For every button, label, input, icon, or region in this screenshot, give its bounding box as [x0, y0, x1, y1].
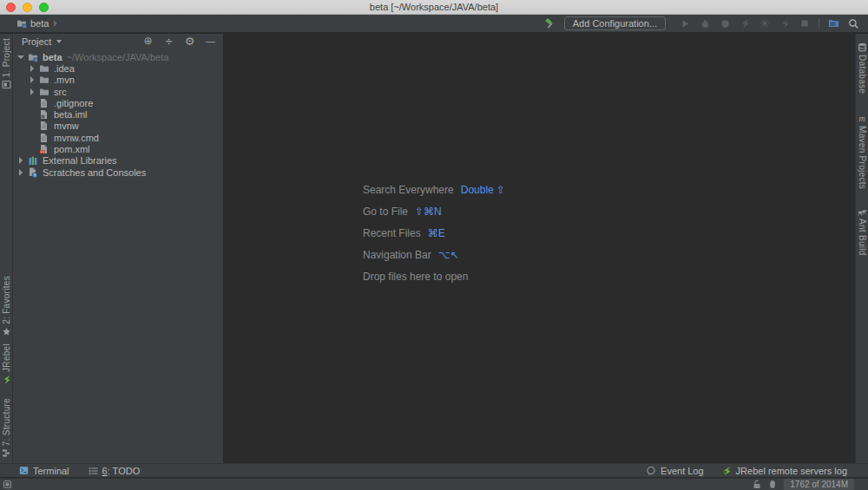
expand-arrow-icon[interactable] [28, 88, 36, 95]
event-log-button[interactable]: Event Log [646, 466, 704, 476]
jrebel-toolwindow-icon [2, 375, 11, 384]
project-panel-header-actions [142, 36, 216, 47]
jrebel-run-icon [739, 17, 751, 29]
project-root-folder-icon [28, 52, 38, 62]
debug-icon [699, 17, 711, 29]
file-icon [39, 98, 49, 108]
empty-editor-shortcuts: Search Everywhere Double ⇧ Go to File ⇧⌘… [363, 179, 505, 287]
toolbar-separator [819, 18, 819, 29]
shortcut-row: Search Everywhere Double ⇧ [363, 179, 505, 200]
collapse-all-icon[interactable] [163, 36, 174, 47]
structure-toolwindow-icon [2, 448, 11, 458]
search-everywhere-icon[interactable] [847, 17, 859, 29]
run-icon [679, 17, 691, 29]
intellij-window: beta [~/Workspace/JAVA/beta] beta Add Co… [0, 0, 868, 490]
database-icon [858, 42, 867, 52]
toolwindow-button-terminal[interactable]: Terminal [19, 466, 69, 476]
locate-file-icon[interactable] [142, 36, 154, 47]
toolwindow-button-database[interactable]: Database [858, 39, 867, 97]
bottom-toolwindow-bar: Terminal 6: TODO Event Log JRebel rem [0, 463, 868, 477]
tree-row[interactable]: mvnw.cmd [13, 132, 223, 143]
tree-row[interactable]: mvnw [13, 121, 223, 132]
terminal-icon [19, 466, 29, 475]
folder-icon [39, 87, 49, 97]
bottom-bar-left-group: Terminal 6: TODO [0, 466, 140, 476]
breadcrumb-project-name: beta [30, 18, 49, 29]
bottom-bar-right-group: Event Log JRebel remote servers log [646, 466, 868, 476]
todo-list-icon [89, 467, 98, 475]
toolwindow-button-favorites[interactable]: 2: Favorites [2, 272, 11, 340]
project-panel-title[interactable]: Project [22, 36, 51, 47]
jrebel-debug-icon [759, 17, 771, 29]
toolwindow-button-maven[interactable]: Maven Projects [858, 109, 867, 193]
toolwindow-button-jrebel[interactable]: JRebel [2, 340, 11, 388]
macos-titlebar: beta [~/Workspace/JAVA/beta] [0, 0, 868, 15]
tree-row-root[interactable]: beta ~/Workspace/JAVA/beta [13, 51, 223, 62]
tree-row[interactable]: pom.xml [13, 143, 223, 154]
hide-panel-icon[interactable] [205, 36, 216, 47]
event-log-balloon-icon [646, 466, 656, 476]
folder-icon [39, 75, 49, 85]
main-area: 1: Project 2: Favorites JRebel [0, 34, 868, 463]
toolwindow-button-structure[interactable]: 7: Structure [2, 395, 11, 461]
panel-settings-gear-icon[interactable] [184, 36, 195, 47]
tree-row-external-libraries[interactable]: External Libraries [13, 155, 223, 167]
tree-row[interactable]: beta.iml [13, 108, 223, 120]
collapse-arrow-icon[interactable] [16, 56, 25, 59]
navigation-breadcrumb[interactable]: beta [0, 18, 57, 29]
jrebel-log-icon [721, 466, 732, 476]
file-icon [39, 121, 49, 131]
statusbar-right: 1762 of 2014M [753, 479, 868, 490]
tree-row[interactable]: .mvn [13, 75, 223, 86]
highlighting-level-icon[interactable] [769, 480, 776, 489]
toolwindow-button-ant[interactable]: Ant Build [858, 205, 867, 259]
project-folder-icon [16, 18, 27, 29]
tree-row[interactable]: src [13, 86, 223, 97]
maven-file-icon [39, 144, 49, 154]
file-icon [39, 133, 49, 143]
project-tree: beta ~/Workspace/JAVA/beta .idea .mvn [13, 49, 223, 178]
window-title: beta [~/Workspace/JAVA/beta] [0, 2, 868, 12]
status-bar: 1762 of 2014M [0, 478, 868, 490]
expand-arrow-icon[interactable] [16, 169, 25, 176]
statusbar-left [0, 480, 12, 489]
project-toolwindow: Project [13, 34, 224, 463]
tree-row-scratches[interactable]: Scratches and Consoles [13, 167, 223, 178]
toolwindow-quick-access-icon[interactable] [3, 480, 12, 489]
write-access-lock-icon[interactable] [753, 480, 761, 489]
add-configuration-button[interactable]: Add Configuration... [564, 16, 666, 30]
minimize-window-button[interactable] [23, 3, 32, 12]
build-hammer-icon[interactable] [544, 17, 556, 29]
expand-arrow-icon[interactable] [16, 157, 25, 164]
maven-m-icon [858, 113, 865, 123]
expand-arrow-icon[interactable] [28, 76, 36, 83]
memory-indicator[interactable]: 1762 of 2014M [784, 479, 854, 490]
toolwindow-button-project[interactable]: 1: Project [2, 34, 11, 93]
left-stripe-bottom-group: 2: Favorites JRebel 7: Structure [0, 272, 12, 461]
favorites-star-icon [2, 327, 11, 336]
editor-area: Search Everywhere Double ⇧ Go to File ⇧⌘… [224, 34, 855, 463]
shortcut-row: Go to File ⇧⌘N [363, 200, 505, 222]
coverage-icon [719, 17, 731, 29]
toolbar-actions: Add Configuration... [544, 16, 868, 30]
close-window-button[interactable] [6, 3, 16, 12]
project-view-dropdown-icon[interactable] [56, 40, 62, 43]
ant-icon [858, 208, 867, 216]
libraries-icon [28, 155, 38, 166]
breadcrumb-chevron-icon [54, 20, 57, 27]
fullscreen-window-button[interactable] [39, 3, 49, 12]
folder-icon [39, 63, 49, 74]
project-panel-header: Project [13, 34, 223, 49]
todo-label: 6: TODO [102, 466, 141, 476]
toolwindow-button-todo[interactable]: 6: TODO [89, 466, 141, 476]
tree-row[interactable]: .gitignore [13, 97, 223, 108]
project-toolwindow-icon [2, 80, 11, 89]
jrebel-log-button[interactable]: JRebel remote servers log [721, 466, 847, 476]
left-tool-stripe: 1: Project 2: Favorites JRebel [0, 34, 13, 463]
scratches-icon [28, 167, 38, 178]
right-tool-stripe: Database Maven Projects Ant Build [855, 34, 868, 463]
shortcut-row: Recent Files ⌘E [363, 222, 505, 244]
tree-row[interactable]: .idea [13, 62, 223, 74]
expand-arrow-icon[interactable] [28, 65, 36, 72]
project-structure-icon[interactable] [827, 17, 839, 29]
